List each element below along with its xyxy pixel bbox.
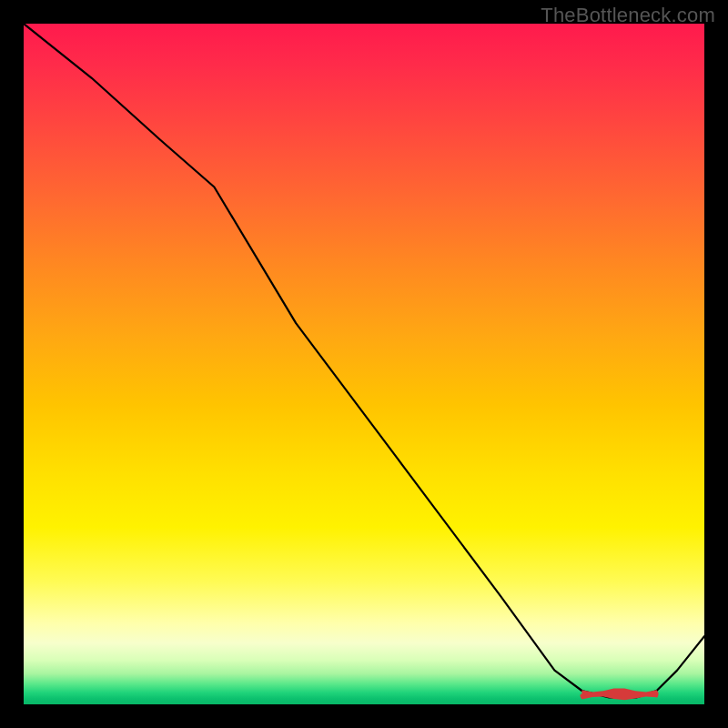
bottom-blob [580,689,658,701]
watermark-text: TheBottleneck.com [541,4,715,27]
bottom-blob-path [580,689,658,701]
chart-svg [24,24,704,704]
chart-frame [24,24,704,704]
series-curve [24,24,704,698]
